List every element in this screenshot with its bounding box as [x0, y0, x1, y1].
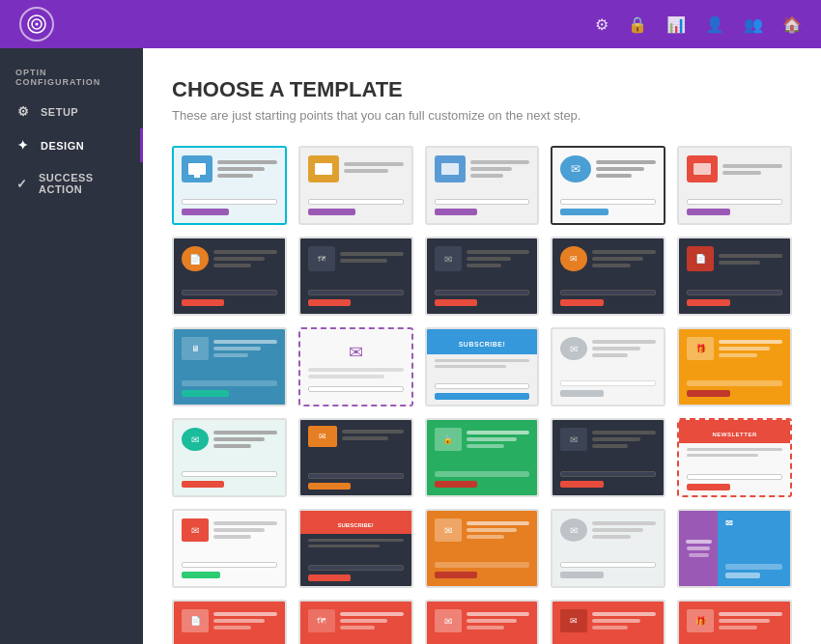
design-icon: ✦	[15, 138, 31, 153]
logo[interactable]	[19, 7, 54, 42]
sidebar: OPTIN CONFIGURATION ⚙ SETUP ✦ DESIGN ✓ S…	[0, 48, 143, 644]
setup-icon: ⚙	[15, 104, 31, 119]
svg-point-2	[36, 23, 39, 26]
header: ⚙ 🔒 📊 👤 👥 🏠	[0, 0, 821, 48]
check-icon: ✓	[15, 177, 29, 191]
template-card-17[interactable]: ✉	[298, 418, 413, 497]
sidebar-config-label: OPTIN CONFIGURATION	[0, 58, 143, 95]
sidebar-item-setup-label: SETUP	[41, 106, 78, 118]
template-card-11[interactable]: 🖥	[172, 327, 287, 406]
template-card-20[interactable]: NEWSLETTER	[677, 418, 792, 497]
home-icon[interactable]: 🏠	[782, 15, 802, 34]
template-card-5[interactable]	[677, 146, 792, 225]
profile-icon[interactable]: 👤	[705, 15, 724, 34]
template-card-23[interactable]: ✉	[425, 509, 540, 588]
template-card-28[interactable]: ✉	[425, 600, 540, 644]
sidebar-item-design-label: DESIGN	[41, 140, 84, 152]
template-card-25[interactable]: ✉	[677, 509, 792, 588]
template-card-22[interactable]: SUBSCRIBE!	[298, 509, 413, 588]
template-card-12[interactable]: ✉	[298, 327, 413, 406]
chart-icon[interactable]: 📊	[666, 15, 686, 34]
template-card-14[interactable]: ✉	[551, 327, 665, 406]
lock-icon[interactable]: 🔒	[628, 15, 647, 34]
template-card-26[interactable]: 📄	[172, 600, 287, 644]
template-card-7[interactable]: 🗺	[298, 237, 413, 316]
template-grid: ✉	[172, 146, 792, 644]
template-card-27[interactable]: 🗺	[298, 600, 413, 644]
main-layout: OPTIN CONFIGURATION ⚙ SETUP ✦ DESIGN ✓ S…	[0, 48, 821, 644]
header-icons: ⚙ 🔒 📊 👤 👥 🏠	[595, 15, 802, 34]
template-card-16[interactable]: ✉	[172, 418, 287, 497]
template-card-3[interactable]	[425, 146, 540, 225]
template-card-29[interactable]: ✉	[551, 600, 665, 644]
template-card-8[interactable]: ✉	[425, 237, 540, 316]
page-title: CHOOSE A TEMPLATE	[172, 77, 792, 102]
template-card-19[interactable]: ✉	[551, 418, 665, 497]
page-subtitle: These are just starting points that you …	[172, 108, 792, 123]
template-card-9[interactable]: ✉	[551, 237, 665, 316]
template-card-13[interactable]: SUBSCRIBE!	[425, 327, 540, 406]
sidebar-item-setup[interactable]: ⚙ SETUP	[0, 95, 143, 128]
template-card-4[interactable]: ✉	[551, 146, 665, 225]
template-card-1[interactable]	[172, 146, 287, 225]
template-card-18[interactable]: 🔒	[425, 418, 540, 497]
sidebar-item-design[interactable]: ✦ DESIGN	[0, 128, 143, 162]
template-card-6[interactable]: 📄	[172, 237, 287, 316]
template-card-10[interactable]: 📄	[677, 237, 792, 316]
settings-icon[interactable]: ⚙	[595, 15, 609, 34]
template-card-2[interactable]	[298, 146, 413, 225]
users-icon[interactable]: 👥	[744, 15, 763, 34]
template-card-21[interactable]: ✉	[172, 509, 287, 588]
template-card-15[interactable]: 🎁	[677, 327, 792, 406]
template-card-30[interactable]: 🎁	[677, 600, 792, 644]
sidebar-item-success-action[interactable]: ✓ SUCCESS ACTION	[0, 162, 143, 205]
sidebar-item-success-label: SUCCESS ACTION	[39, 172, 127, 195]
template-card-24[interactable]: ✉	[551, 509, 665, 588]
content-area: CHOOSE A TEMPLATE These are just startin…	[143, 48, 821, 644]
